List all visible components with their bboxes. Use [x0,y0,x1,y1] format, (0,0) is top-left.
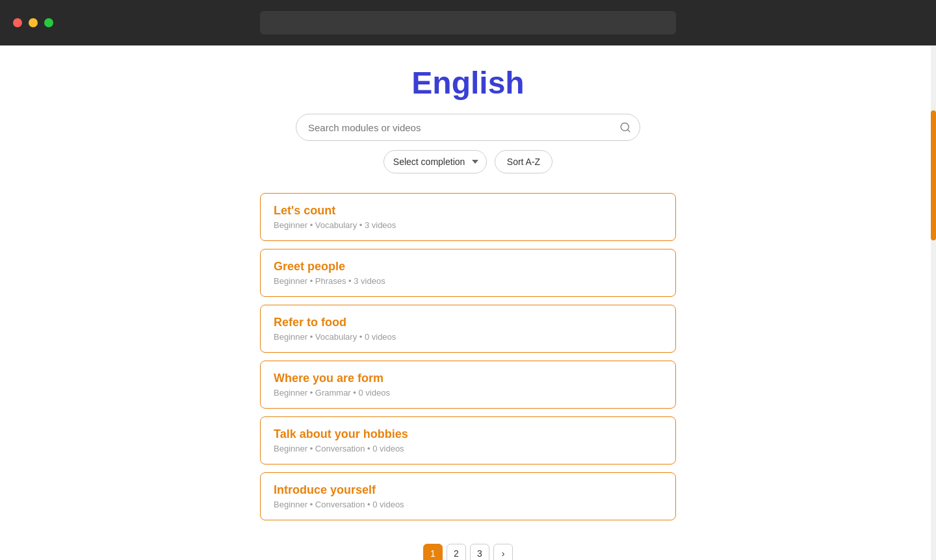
url-bar[interactable] [260,11,676,34]
module-card[interactable]: Introduce yourself Beginner • Conversati… [260,472,676,520]
main-content: English Select completion All Completed … [0,45,936,560]
module-meta: Beginner • Conversation • 0 videos [274,500,662,509]
module-meta: Beginner • Phrases • 3 videos [274,276,662,286]
search-filter-section: Select completion All Completed In Progr… [0,114,936,173]
completion-select[interactable]: Select completion All Completed In Progr… [384,150,487,173]
module-title: Where you are form [274,372,662,385]
traffic-lights [13,18,53,27]
close-button[interactable] [13,18,22,27]
modules-list: Let's count Beginner • Vocabulary • 3 vi… [260,193,676,528]
sort-button[interactable]: Sort A-Z [495,150,552,173]
module-card[interactable]: Greet people Beginner • Phrases • 3 vide… [260,249,676,297]
page-button-3[interactable]: 3 [470,544,489,560]
module-card[interactable]: Refer to food Beginner • Vocabulary • 0 … [260,305,676,353]
maximize-button[interactable] [44,18,53,27]
search-bar-wrapper [296,114,640,141]
module-title: Let's count [274,204,662,218]
minimize-button[interactable] [29,18,38,27]
module-meta: Beginner • Conversation • 0 videos [274,444,662,453]
scrollbar-track [931,45,936,560]
page-button-2[interactable]: 2 [447,544,466,560]
module-title: Introduce yourself [274,483,662,497]
search-icon [619,121,631,133]
module-card[interactable]: Let's count Beginner • Vocabulary • 3 vi… [260,193,676,241]
svg-line-1 [627,129,629,131]
module-meta: Beginner • Vocabulary • 0 videos [274,332,662,342]
pagination: 123› [0,544,936,560]
next-page-button[interactable]: › [493,544,513,560]
filter-row: Select completion All Completed In Progr… [384,150,552,173]
module-title: Refer to food [274,316,662,329]
page-title: English [0,45,936,114]
page-button-1[interactable]: 1 [423,544,443,560]
title-bar [0,0,936,45]
module-meta: Beginner • Vocabulary • 3 videos [274,220,662,230]
module-title: Talk about your hobbies [274,427,662,441]
module-card[interactable]: Talk about your hobbies Beginner • Conve… [260,416,676,465]
module-meta: Beginner • Grammar • 0 videos [274,388,662,398]
search-input[interactable] [296,114,640,141]
module-title: Greet people [274,260,662,274]
module-card[interactable]: Where you are form Beginner • Grammar • … [260,361,676,409]
scrollbar-thumb[interactable] [931,110,936,240]
